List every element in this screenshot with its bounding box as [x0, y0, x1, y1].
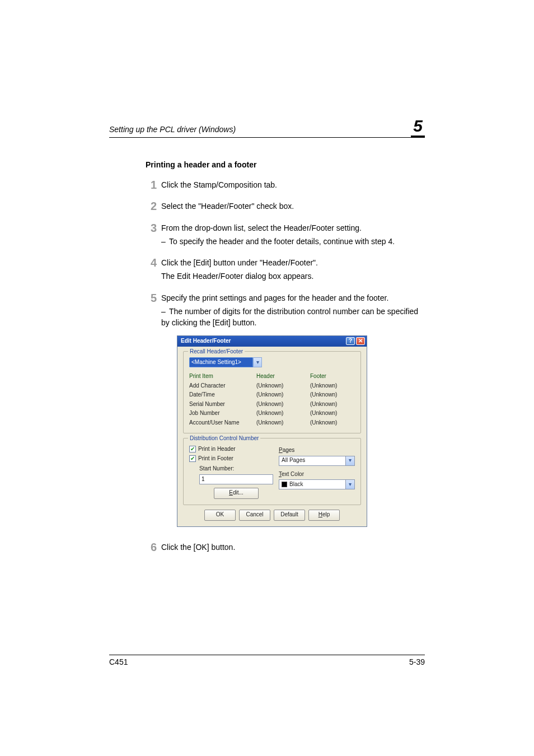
- start-number-label: Start Number:: [199, 465, 273, 473]
- cell-header: (Unknown): [256, 409, 310, 418]
- default-button[interactable]: Default: [274, 510, 305, 521]
- step-cont: The Edit Header/Footer dialog box appear…: [161, 270, 425, 282]
- color-swatch: [282, 482, 287, 487]
- step-text: Click the [Edit] button under "Header/Fo…: [161, 258, 318, 267]
- close-icon: ✕: [358, 337, 363, 346]
- cell-item: Date/Time: [189, 390, 256, 400]
- dialog-titlebar[interactable]: Edit Header/Footer ? ✕: [177, 336, 367, 347]
- footer-right: 5-39: [409, 657, 425, 666]
- step-sub: –The number of digits for the distributi…: [161, 306, 425, 329]
- section-title: Printing a header and a footer: [146, 160, 425, 169]
- edit-header-footer-dialog: Edit Header/Footer ? ✕ Recall Header/Foo…: [177, 335, 367, 527]
- table-row[interactable]: Add Character(Unknown)(Unknown): [189, 381, 355, 391]
- table-row[interactable]: Serial Number(Unknown)(Unknown): [189, 400, 355, 409]
- cell-header: (Unknown): [256, 418, 310, 428]
- dialog-title: Edit Header/Footer: [181, 337, 231, 346]
- step-2: Select the "Header/Footer" check box.: [146, 200, 425, 212]
- step-sub: –To specify the header and the footer de…: [161, 236, 425, 247]
- cell-header: (Unknown): [256, 381, 310, 391]
- ok-button[interactable]: OK: [204, 510, 236, 521]
- start-number-input[interactable]: [199, 474, 273, 484]
- steps-list: Click the Stamp/Composition tab. Select …: [146, 179, 425, 553]
- chevron-down-icon: ▾: [345, 456, 354, 465]
- footer-left: C451: [109, 657, 128, 666]
- step-3: From the drop-down list, select the Head…: [146, 222, 425, 248]
- help-icon: ?: [349, 337, 352, 346]
- cell-footer: (Unknown): [310, 418, 355, 428]
- titlebar-help-button[interactable]: ?: [346, 337, 355, 345]
- checkbox-icon: ✔: [189, 446, 196, 452]
- step-6: Click the [OK] button.: [146, 542, 425, 553]
- cell-header: (Unknown): [256, 400, 310, 409]
- cell-header: (Unknown): [256, 390, 310, 400]
- table-row[interactable]: Account/User Name(Unknown)(Unknown): [189, 418, 355, 428]
- text-color-dropdown[interactable]: Black ▾: [279, 479, 355, 489]
- col-footer: Footer: [310, 372, 355, 381]
- recall-fieldset: Recall Header/Footer <Machine Setting1> …: [183, 351, 361, 433]
- step-4: Click the [Edit] button under "Header/Fo…: [146, 257, 425, 282]
- help-button[interactable]: Help: [308, 510, 340, 521]
- checkbox-icon: ✔: [189, 455, 196, 462]
- chapter-number: 5: [411, 118, 425, 137]
- chevron-down-icon: ▾: [253, 357, 262, 367]
- recall-selected: <Machine Setting1>: [189, 357, 253, 367]
- pages-value: All Pages: [279, 456, 345, 465]
- step-text: Select the "Header/Footer" check box.: [161, 202, 294, 211]
- cell-item: Add Character: [189, 381, 256, 391]
- table-row[interactable]: Date/Time(Unknown)(Unknown): [189, 390, 355, 400]
- checkbox-label: Print in Footer: [198, 455, 233, 463]
- titlebar-close-button[interactable]: ✕: [356, 337, 365, 345]
- col-print-item: Print Item: [189, 372, 256, 381]
- print-in-header-checkbox[interactable]: ✔ Print in Header: [189, 445, 273, 454]
- table-body: Add Character(Unknown)(Unknown)Date/Time…: [189, 381, 355, 428]
- recall-legend: Recall Header/Footer: [188, 348, 245, 356]
- print-in-footer-checkbox[interactable]: ✔ Print in Footer: [189, 455, 273, 463]
- cancel-button[interactable]: Cancel: [239, 510, 270, 521]
- edit-button[interactable]: EEdit...dit...: [214, 488, 259, 499]
- pages-dropdown[interactable]: All Pages ▾: [279, 456, 355, 466]
- chevron-down-icon: ▾: [345, 480, 354, 489]
- table-row[interactable]: Job Number(Unknown)(Unknown): [189, 409, 355, 418]
- distribution-legend: Distribution Control Number: [188, 435, 260, 443]
- pages-label: Pages: [279, 446, 355, 455]
- cell-item: Serial Number: [189, 400, 256, 409]
- step-text: Click the [OK] button.: [161, 543, 235, 552]
- table-header: Print Item Header Footer: [189, 372, 355, 381]
- step-text: From the drop-down list, select the Head…: [161, 223, 362, 232]
- page-footer: C451 5-39: [109, 655, 425, 666]
- recall-combo[interactable]: <Machine Setting1> ▾: [189, 357, 262, 367]
- cell-item: Job Number: [189, 409, 256, 418]
- step-1: Click the Stamp/Composition tab.: [146, 179, 425, 190]
- cell-footer: (Unknown): [310, 400, 355, 409]
- cell-item: Account/User Name: [189, 418, 256, 428]
- checkbox-label: Print in Header: [198, 445, 236, 454]
- dialog-button-row: OK Cancel Default Help: [183, 510, 361, 521]
- distribution-fieldset: Distribution Control Number ✔ Print in H…: [183, 438, 361, 505]
- step-text: Specify the print settings and pages for…: [161, 293, 388, 302]
- running-header-text: Setting up the PCL driver (Windows): [109, 125, 236, 136]
- text-color-value: Black: [279, 480, 345, 489]
- cell-footer: (Unknown): [310, 409, 355, 418]
- text-color-label: Text Color: [279, 470, 355, 479]
- running-header: Setting up the PCL driver (Windows) 5: [109, 118, 425, 138]
- cell-footer: (Unknown): [310, 390, 355, 400]
- step-5: Specify the print settings and pages for…: [146, 292, 425, 527]
- step-text: Click the Stamp/Composition tab.: [161, 180, 277, 189]
- cell-footer: (Unknown): [310, 381, 355, 391]
- col-header: Header: [256, 372, 310, 381]
